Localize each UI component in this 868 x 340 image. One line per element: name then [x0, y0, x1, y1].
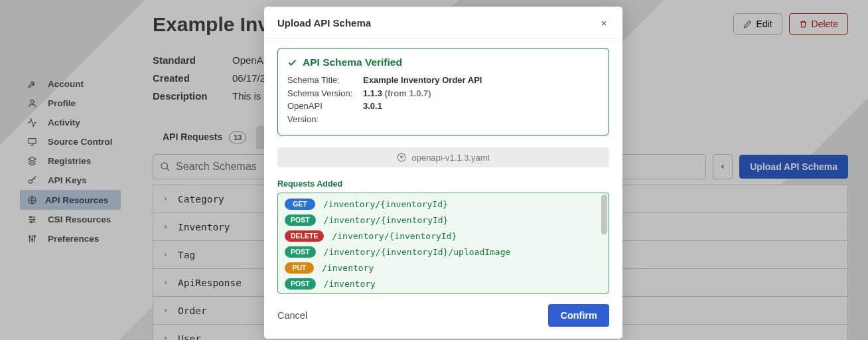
method-badge-post: POST	[285, 214, 316, 226]
method-badge-post: POST	[285, 278, 316, 290]
confirm-button[interactable]: Confirm	[548, 304, 609, 327]
method-badge-post: POST	[285, 246, 316, 258]
request-row: POST/inventory/{inventoryId}/uploadImage	[285, 246, 602, 258]
method-badge-put: PUT	[285, 262, 314, 274]
request-row: PUT/inventory	[285, 262, 602, 274]
verified-panel: API Schema Verified Schema Title:Example…	[277, 48, 609, 135]
method-badge-delete: DELETE	[285, 230, 324, 242]
requests-added-panel: Requests Added GET/inventory/{inventoryI…	[277, 179, 609, 294]
request-row: POST/inventory/{inventoryId}	[285, 214, 602, 226]
request-path: /inventory/{inventoryId}	[324, 216, 449, 224]
modal-body: API Schema Verified Schema Title:Example…	[264, 39, 622, 294]
request-path: /inventory/{inventoryId}	[323, 200, 448, 209]
schema-title-k: Schema Title:	[287, 74, 354, 87]
check-icon	[287, 58, 297, 68]
openapi-version-v: 3.0.1	[363, 100, 382, 126]
modal-title: Upload API Schema	[277, 17, 371, 29]
modal-footer: Cancel Confirm	[264, 294, 622, 339]
openapi-version-k: OpenAPI Version:	[287, 100, 354, 126]
close-icon[interactable]	[599, 18, 609, 29]
request-path: /inventory/{inventoryId}/uploadImage	[324, 248, 511, 256]
verified-details: Schema Title:Example Inventory Order API…	[287, 74, 599, 126]
schema-version-v: 1.1.3	[363, 88, 382, 98]
verified-title-text: API Schema Verified	[303, 56, 402, 68]
upload-schema-modal: Upload API Schema API Schema Verified Sc…	[264, 7, 622, 339]
request-row: GET/inventory/{inventoryId}	[285, 199, 602, 210]
uploaded-file-pill[interactable]: openapi-v1.1.3.yaml	[277, 147, 609, 167]
schema-version-k: Schema Version:	[287, 87, 354, 100]
request-row: POST/inventory	[285, 278, 602, 290]
request-path: /inventory/{inventoryId}	[332, 232, 457, 240]
requests-added-title: Requests Added	[277, 179, 609, 189]
schema-version-from: (from 1.0.7)	[385, 88, 431, 98]
request-path: /inventory	[324, 280, 376, 288]
upload-icon	[397, 153, 406, 162]
requests-added-list[interactable]: GET/inventory/{inventoryId}POST/inventor…	[277, 193, 609, 294]
verified-title: API Schema Verified	[287, 56, 599, 68]
request-row: DELETE/inventory/{inventoryId}	[285, 230, 602, 242]
request-path: /inventory	[322, 264, 374, 272]
method-badge-get: GET	[285, 199, 315, 210]
modal-header: Upload API Schema	[264, 7, 622, 39]
scrollbar-thumb[interactable]	[601, 195, 607, 234]
schema-title-v: Example Inventory Order API	[363, 74, 482, 87]
cancel-button[interactable]: Cancel	[277, 310, 307, 321]
uploaded-file-name: openapi-v1.1.3.yaml	[411, 153, 489, 163]
